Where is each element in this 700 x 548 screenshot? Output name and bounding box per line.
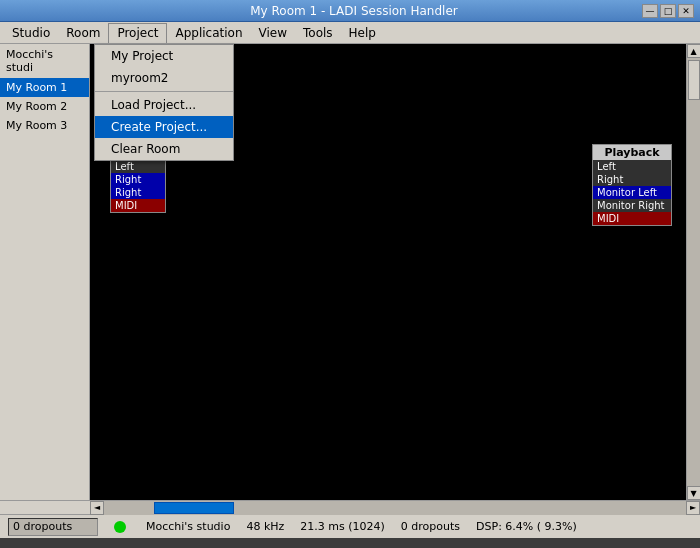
title-bar: My Room 1 - LADI Session Handler — □ ✕ bbox=[0, 0, 700, 22]
maximize-button[interactable]: □ bbox=[660, 4, 676, 18]
status-indicator bbox=[114, 521, 126, 533]
close-button[interactable]: ✕ bbox=[678, 4, 694, 18]
menu-help[interactable]: Help bbox=[341, 23, 384, 43]
playback-port-monitor-right: Monitor Right bbox=[593, 199, 671, 212]
minimize-button[interactable]: — bbox=[642, 4, 658, 18]
menu-clear-room[interactable]: Clear Room bbox=[95, 138, 233, 160]
status-latency: 21.3 ms (1024) bbox=[300, 520, 385, 533]
status-dsp: DSP: 6.4% ( 9.3%) bbox=[476, 520, 577, 533]
project-menu: My Project myroom2 Load Project... Creat… bbox=[94, 44, 234, 161]
capture-port-midi: MIDI bbox=[111, 199, 165, 212]
playback-port-midi: MIDI bbox=[593, 212, 671, 225]
sidebar: Mocchi's studi My Room 1 My Room 2 My Ro… bbox=[0, 44, 90, 500]
menu-room[interactable]: Room bbox=[58, 23, 108, 43]
menu-view[interactable]: View bbox=[251, 23, 295, 43]
menu-bar: Studio Room Project Application View Too… bbox=[0, 22, 700, 44]
scroll-up-button[interactable]: ▲ bbox=[687, 44, 701, 58]
menu-myroom2[interactable]: myroom2 bbox=[95, 67, 233, 89]
scroll-thumb-right[interactable] bbox=[688, 60, 700, 100]
status-left-dropouts: 0 dropouts bbox=[8, 518, 98, 536]
hscroll-track bbox=[104, 501, 686, 515]
status-dropouts-right: 0 dropouts bbox=[401, 520, 460, 533]
menu-application[interactable]: Application bbox=[167, 23, 250, 43]
right-scrollbar: ▲ ▼ bbox=[686, 44, 700, 500]
room-item-1[interactable]: My Room 1 bbox=[0, 78, 89, 97]
menu-tools[interactable]: Tools bbox=[295, 23, 341, 43]
room-item-2[interactable]: My Room 2 bbox=[0, 97, 89, 116]
title-text: My Room 1 - LADI Session Handler bbox=[250, 4, 457, 18]
menu-create-project[interactable]: Create Project... bbox=[95, 116, 233, 138]
capture-port-left: Left bbox=[111, 160, 165, 173]
playback-port-left: Left bbox=[593, 160, 671, 173]
status-bar: 0 dropouts Mocchi's studio 48 kHz 21.3 m… bbox=[0, 514, 700, 538]
playback-node-title: Playback bbox=[593, 145, 671, 160]
capture-port-right: Right bbox=[111, 173, 165, 186]
menu-studio[interactable]: Studio bbox=[4, 23, 58, 43]
capture-port-right2: Right bbox=[111, 186, 165, 199]
hscroll-right-button[interactable]: ► bbox=[686, 501, 700, 515]
menu-separator-1 bbox=[95, 91, 233, 92]
menu-project[interactable]: Project bbox=[108, 23, 167, 43]
hscroll-thumb[interactable] bbox=[154, 502, 234, 514]
hscroll-left-button[interactable]: ◄ bbox=[90, 501, 104, 515]
menu-load-project[interactable]: Load Project... bbox=[95, 94, 233, 116]
playback-port-monitor-left: Monitor Left bbox=[593, 186, 671, 199]
status-studio: Mocchi's studio bbox=[146, 520, 230, 533]
bottom-scrollbar: ◄ ► bbox=[0, 500, 700, 514]
status-dropouts-left-text: 0 dropouts bbox=[13, 520, 72, 533]
window-controls: — □ ✕ bbox=[642, 4, 694, 18]
project-dropdown-overlay: My Project myroom2 Load Project... Creat… bbox=[94, 44, 234, 161]
room-item-3[interactable]: My Room 3 bbox=[0, 116, 89, 135]
status-sample-rate: 48 kHz bbox=[246, 520, 284, 533]
scroll-down-button[interactable]: ▼ bbox=[687, 486, 701, 500]
studio-label: Mocchi's studi bbox=[0, 44, 89, 78]
menu-my-project[interactable]: My Project bbox=[95, 45, 233, 67]
scroll-track-right bbox=[687, 58, 701, 486]
playback-port-right: Right bbox=[593, 173, 671, 186]
playback-node: Playback Left Right Monitor Left Monitor… bbox=[592, 144, 672, 226]
